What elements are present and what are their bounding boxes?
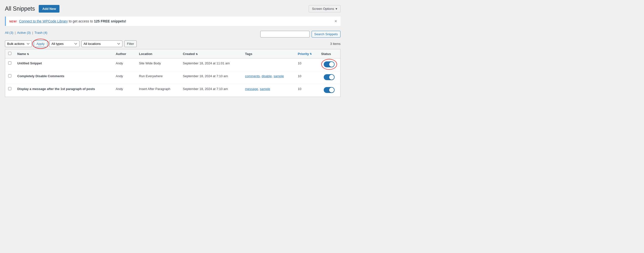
snippet-priority: 10 <box>295 84 318 97</box>
add-new-button[interactable]: Add New <box>39 5 60 12</box>
tablenav: Bulk actions Delete Activate Deactivate … <box>5 40 340 47</box>
notice-close-button[interactable]: × <box>334 19 337 23</box>
snippet-tags: message, sample <box>242 84 295 97</box>
created-sort-icon[interactable]: ⇅ <box>196 53 198 55</box>
bulk-actions-select[interactable]: Bulk actions Delete Activate Deactivate <box>5 40 32 47</box>
items-count: 3 items <box>330 42 340 46</box>
search-area: Search Snippets <box>260 31 340 37</box>
select-all-checkbox[interactable] <box>8 52 11 55</box>
snippet-created: September 18, 2024 at 7:10 am <box>180 84 242 97</box>
snippet-created: September 18, 2024 at 7:10 am <box>180 71 242 84</box>
filter-links: All (3) | Active (3) | Trash (4) <box>5 31 260 34</box>
wpcode-library-link[interactable]: Connect to the WPCode Library <box>19 19 68 23</box>
location-filter-select[interactable]: All locations Run Everywhere Site Wide H… <box>82 40 122 47</box>
col-header-status: Status <box>318 49 340 58</box>
snippet-created: September 18, 2024 at 11:01 am <box>180 58 242 71</box>
status-toggle[interactable] <box>324 87 334 93</box>
snippets-table: Name ⇅ Author Location Created ⇅ Tags Pr… <box>5 49 340 97</box>
status-toggle[interactable] <box>324 74 334 80</box>
search-input[interactable] <box>260 31 310 37</box>
filter-all[interactable]: All (3) <box>5 31 13 34</box>
snippet-author: Andy <box>113 84 136 97</box>
tag-link[interactable]: sample <box>260 87 270 91</box>
search-snippets-button[interactable]: Search Snippets <box>312 31 340 37</box>
snippet-name[interactable]: Completely Disable Comments <box>17 74 64 78</box>
tag-link[interactable]: sample <box>274 74 284 78</box>
snippet-tags: comments, disable, sample <box>242 71 295 84</box>
name-sort-icon[interactable]: ⇅ <box>27 53 29 55</box>
row-checkbox[interactable] <box>8 61 11 65</box>
snippet-name[interactable]: Display a message after the 1st paragrap… <box>17 87 95 91</box>
tag-link[interactable]: message <box>245 87 258 91</box>
snippet-name[interactable]: Untitled Snippet <box>17 61 42 65</box>
filter-trash[interactable]: Trash (4) <box>34 31 47 34</box>
snippet-author: Andy <box>113 71 136 84</box>
snippet-location: Insert After Paragraph <box>136 84 180 97</box>
col-header-tags: Tags <box>242 49 295 58</box>
page-title: All Snippets <box>5 5 35 12</box>
snippet-tags <box>242 58 295 71</box>
snippet-author: Andy <box>113 58 136 71</box>
tablenav-left: Bulk actions Delete Activate Deactivate … <box>5 40 137 47</box>
table-row: Untitled SnippetAndySite Wide BodySeptem… <box>5 58 340 71</box>
col-header-created: Created ⇅ <box>180 49 242 58</box>
col-header-name: Name ⇅ <box>14 49 113 58</box>
tag-link[interactable]: comments <box>245 74 260 78</box>
notice-banner: NEW! Connect to the WPCode Library to ge… <box>5 16 340 26</box>
chevron-down-icon: ▾ <box>336 7 337 10</box>
priority-sort-icon: ⇅ <box>310 52 312 55</box>
type-filter-select[interactable]: All types PHP Snippet HTML Snippet CSS S… <box>49 40 80 47</box>
snippet-location: Site Wide Body <box>136 58 180 71</box>
tag-link[interactable]: disable <box>262 74 272 78</box>
snippet-location: Run Everywhere <box>136 71 180 84</box>
table-row: Display a message after the 1st paragrap… <box>5 84 340 97</box>
col-header-location: Location <box>136 49 180 58</box>
row-checkbox[interactable] <box>8 74 11 77</box>
snippet-priority: 10 <box>295 58 318 71</box>
filter-button[interactable]: Filter <box>124 40 137 47</box>
screen-options-button[interactable]: Screen Options ▾ <box>309 5 340 12</box>
apply-button[interactable]: Apply <box>34 40 47 47</box>
priority-sort-link[interactable]: Priority ⇅ <box>298 52 315 56</box>
snippet-priority: 10 <box>295 71 318 84</box>
row-checkbox[interactable] <box>8 87 11 90</box>
col-header-author: Author <box>113 49 136 58</box>
col-header-priority: Priority ⇅ <box>295 49 318 58</box>
status-toggle[interactable] <box>324 61 334 67</box>
filter-active[interactable]: Active (3) <box>17 31 30 34</box>
new-badge: NEW! <box>10 20 17 23</box>
col-header-checkbox <box>5 49 14 58</box>
table-row: Completely Disable CommentsAndyRun Every… <box>5 71 340 84</box>
